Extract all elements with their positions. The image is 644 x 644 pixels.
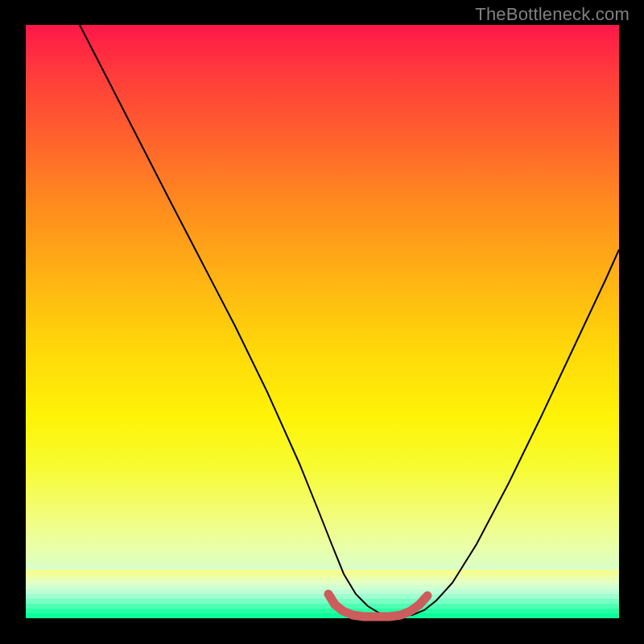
curve-line <box>80 25 619 616</box>
chart-frame: TheBottleneck.com <box>0 0 644 644</box>
chart-svg <box>26 25 619 618</box>
plot-area <box>26 25 619 618</box>
bottom-banding <box>26 570 619 618</box>
watermark-text: TheBottleneck.com <box>475 4 630 25</box>
bottom-marker <box>328 594 427 617</box>
